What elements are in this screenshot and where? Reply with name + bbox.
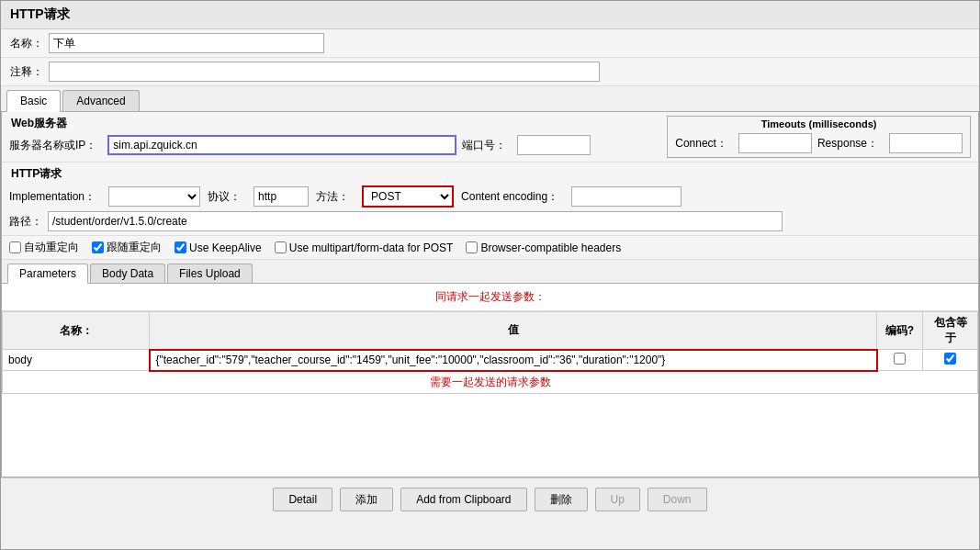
follow-redirect-item: 跟随重定向: [92, 240, 162, 255]
impl-label: Implementation：: [9, 189, 96, 205]
multipart-label: Use multipart/form-data for POST: [289, 241, 454, 254]
comment-input[interactable]: [49, 62, 600, 82]
comment-row: 注释：: [1, 58, 979, 86]
encoding-label: Content encoding：: [461, 189, 558, 205]
name-input[interactable]: [49, 33, 324, 53]
name-label: 名称：: [10, 36, 43, 51]
proto-input[interactable]: [253, 186, 309, 207]
col-encode-header: 编码?: [877, 312, 923, 350]
params-table: 名称： 值 编码? 包含等于 body {"teacher_id":"579",…: [2, 311, 978, 394]
tab-basic[interactable]: Basic: [6, 90, 61, 112]
main-tabs-bar: Basic Advanced: [1, 86, 979, 112]
add-button[interactable]: 添加: [340, 488, 393, 511]
browser-headers-item: Browser-compatible headers: [466, 241, 621, 254]
row-name-cell: body: [3, 350, 150, 371]
path-input[interactable]: [48, 211, 783, 231]
method-select[interactable]: POST GET PUT DELETE: [362, 185, 454, 208]
add-clipboard-button[interactable]: Add from Clipboard: [400, 488, 526, 511]
params-header: 同请求一起发送参数：: [2, 284, 978, 311]
row-include-cell: [923, 350, 978, 371]
connect-label: Connect：: [675, 136, 727, 152]
title-bar: HTTP请求: [1, 1, 979, 29]
checkboxes-row: 自动重定向 跟随重定向 Use KeepAlive Use multipart/…: [2, 236, 978, 260]
tab-body-data[interactable]: Body Data: [90, 264, 165, 283]
port-input[interactable]: [517, 135, 591, 155]
auto-redirect-checkbox[interactable]: [9, 241, 21, 253]
server-label: 服务器名称或IP：: [9, 138, 96, 153]
multipart-item: Use multipart/form-data for POST: [275, 241, 454, 254]
http-fields: Implementation： 协议： 方法： POST GET PUT DEL…: [9, 185, 971, 208]
row-value-cell: {"teacher_id":"579","teacher_course_id":…: [150, 350, 877, 371]
detail-button[interactable]: Detail: [273, 488, 332, 511]
tab-parameters[interactable]: Parameters: [7, 264, 88, 284]
path-row: 路径：: [9, 211, 971, 231]
col-value-header: 值: [150, 312, 877, 350]
http-section-title: HTTP请求: [9, 166, 971, 182]
comment-label: 注释：: [10, 64, 43, 80]
tab-files-upload[interactable]: Files Upload: [167, 264, 253, 283]
timeouts-inner: Connect： Response：: [675, 133, 963, 153]
inner-tabs-bar: Parameters Body Data Files Upload: [2, 260, 978, 284]
proto-label: 协议：: [208, 189, 241, 205]
server-ip-input[interactable]: [107, 135, 456, 155]
encoding-input[interactable]: [571, 186, 681, 207]
keep-alive-item: Use KeepAlive: [175, 241, 262, 254]
name-row: 名称：: [1, 29, 979, 58]
main-tabs-content: Web服务器 服务器名称或IP： 端口号： Timeouts (millisec…: [1, 112, 979, 477]
path-label: 路径：: [9, 214, 42, 230]
down-button[interactable]: Down: [648, 488, 707, 511]
main-window: HTTP请求 名称： 注释： Basic Advanced Web服务器 服务器…: [0, 0, 980, 550]
hint-text: 需要一起发送的请求参数: [3, 371, 978, 394]
delete-button[interactable]: 删除: [535, 488, 588, 511]
follow-redirect-checkbox[interactable]: [92, 241, 104, 253]
bottom-bar: Detail 添加 Add from Clipboard 删除 Up Down: [1, 477, 979, 521]
table-row: body {"teacher_id":"579","teacher_course…: [3, 350, 978, 371]
row-encode-cell: [877, 350, 923, 371]
browser-headers-checkbox[interactable]: [466, 241, 478, 253]
method-label: 方法：: [316, 189, 349, 205]
auto-redirect-label: 自动重定向: [24, 240, 79, 255]
response-input[interactable]: [889, 133, 963, 153]
browser-headers-label: Browser-compatible headers: [480, 241, 621, 254]
window-title: HTTP请求: [10, 6, 70, 21]
response-label: Response：: [817, 136, 878, 152]
follow-redirect-label: 跟随重定向: [107, 240, 162, 255]
col-name-header: 名称：: [3, 312, 150, 350]
multipart-checkbox[interactable]: [275, 241, 287, 253]
params-panel: 同请求一起发送参数： 名称： 值 编码? 包含等于 body: [2, 284, 978, 477]
include-checkbox[interactable]: [944, 353, 956, 365]
web-server-title: Web服务器: [9, 116, 659, 131]
keep-alive-label: Use KeepAlive: [189, 241, 262, 254]
encode-checkbox[interactable]: [894, 353, 906, 365]
port-label: 端口号：: [462, 138, 506, 153]
web-server-section: Web服务器 服务器名称或IP： 端口号： Timeouts (millisec…: [2, 112, 978, 163]
col-include-header: 包含等于: [923, 312, 978, 350]
timeouts-title: Timeouts (milliseconds): [675, 118, 963, 129]
table-container: 名称： 值 编码? 包含等于 body {"teacher_id":"579",…: [2, 311, 978, 477]
auto-redirect-item: 自动重定向: [9, 240, 79, 255]
impl-select[interactable]: [108, 186, 200, 207]
timeouts-box: Timeouts (milliseconds) Connect： Respons…: [667, 116, 971, 158]
up-button[interactable]: Up: [595, 488, 640, 511]
web-server-box: Web服务器 服务器名称或IP： 端口号：: [9, 116, 659, 158]
hint-row: 需要一起发送的请求参数: [3, 371, 978, 394]
http-request-section: HTTP请求 Implementation： 协议： 方法： POST GET …: [2, 163, 978, 236]
connect-input[interactable]: [738, 133, 812, 153]
tab-advanced[interactable]: Advanced: [62, 90, 139, 111]
web-server-fields: 服务器名称或IP： 端口号：: [9, 135, 659, 155]
keep-alive-checkbox[interactable]: [175, 241, 186, 253]
